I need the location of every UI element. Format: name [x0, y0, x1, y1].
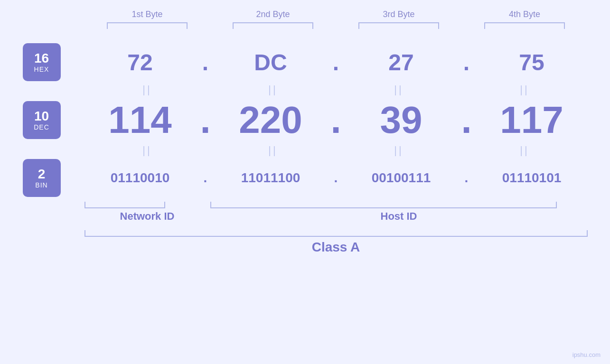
network-bracket-wrap: [84, 202, 210, 208]
host-id-label: Host ID: [210, 210, 588, 223]
eq1-4: ||: [462, 84, 588, 96]
bin-dot-1: .: [196, 170, 215, 186]
dec-dot-3: .: [457, 98, 476, 142]
eq2-3: ||: [336, 144, 462, 157]
byte-label-2: 2nd Byte: [210, 9, 336, 22]
bin-values: 01110010 . 11011100 . 00100111 . 0111010…: [84, 170, 588, 186]
class-bracket: [84, 230, 588, 237]
bin-val-4: 01110101: [476, 170, 588, 186]
hex-val-3: 27: [346, 49, 457, 75]
dec-val-2: 220: [215, 98, 327, 142]
dec-values: 114 . 220 . 39 . 117: [84, 98, 588, 142]
main-grid: 16 HEX 72 . DC . 27 . 75 || || || || 10: [23, 43, 588, 255]
class-label: Class A: [84, 240, 588, 255]
watermark: ipshu.com: [572, 351, 601, 358]
hex-dot-1: .: [196, 49, 215, 75]
hex-val-2: DC: [215, 49, 327, 75]
eq1-2: ||: [210, 84, 336, 96]
dec-row: 10 DEC 114 . 220 . 39 . 117: [23, 98, 588, 142]
bin-row: 2 BIN 01110010 . 11011100 . 00100111 . 0…: [23, 159, 588, 197]
byte-label-4: 4th Byte: [462, 9, 588, 22]
dec-dot-1: .: [196, 98, 215, 142]
top-bracket-1: [84, 22, 210, 29]
eq1-3: ||: [336, 84, 462, 96]
equals-row-2: || || || ||: [23, 144, 588, 157]
class-section: Class A: [84, 230, 588, 255]
top-bracket-2: [210, 22, 336, 29]
main-container: 1st Byte 2nd Byte 3rd Byte 4th Byte 16 H…: [0, 0, 610, 364]
id-labels-row: Network ID Host ID: [84, 210, 588, 223]
byte-label-3: 3rd Byte: [336, 9, 462, 22]
dec-val-1: 114: [84, 98, 196, 142]
eq2-2: ||: [210, 144, 336, 157]
dec-val-3: 39: [346, 98, 457, 142]
byte-label-1: 1st Byte: [84, 9, 210, 22]
host-bracket: [210, 202, 557, 208]
bottom-section: Network ID Host ID: [84, 202, 588, 223]
eq1-1: ||: [84, 84, 210, 96]
hex-row: 16 HEX 72 . DC . 27 . 75: [23, 43, 588, 81]
dec-val-4: 117: [476, 98, 588, 142]
bin-badge: 2 BIN: [23, 159, 61, 197]
bin-dot-2: .: [327, 170, 346, 186]
eq2-1: ||: [84, 144, 210, 157]
bin-val-2: 11011100: [215, 170, 327, 186]
hex-val-4: 75: [476, 49, 588, 75]
hex-badge: 16 HEX: [23, 43, 61, 81]
top-bracket-4: [462, 22, 588, 29]
hex-val-1: 72: [84, 49, 196, 75]
bin-val-3: 00100111: [346, 170, 457, 186]
dec-badge: 10 DEC: [23, 101, 61, 139]
hex-dot-2: .: [327, 49, 346, 75]
equals-row-1: || || || ||: [23, 84, 588, 96]
network-id-label: Network ID: [84, 210, 210, 223]
dec-dot-2: .: [327, 98, 346, 142]
eq2-4: ||: [462, 144, 588, 157]
host-bracket-wrap: [210, 202, 588, 208]
top-bracket-3: [336, 22, 462, 29]
byte-labels-row: 1st Byte 2nd Byte 3rd Byte 4th Byte: [84, 9, 588, 22]
bottom-brackets-row: [84, 202, 588, 208]
bin-val-1: 01110010: [84, 170, 196, 186]
network-bracket: [84, 202, 165, 208]
hex-values: 72 . DC . 27 . 75: [84, 49, 588, 75]
top-brackets-row: [84, 22, 588, 29]
bin-dot-3: .: [457, 170, 476, 186]
hex-dot-3: .: [457, 49, 476, 75]
